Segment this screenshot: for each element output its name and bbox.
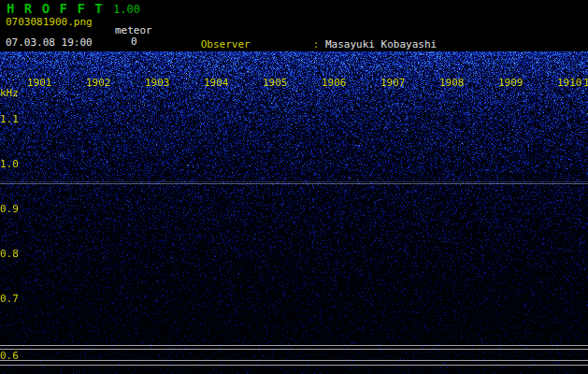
freq-axis-unit: kHz [0,87,19,99]
time-tick-label: 1901 [27,77,52,89]
station-info-row: Observer: Masayuki Kobayashi [164,26,588,38]
time-tick-label: 1902 [86,77,111,89]
station-info-separator: : [313,38,325,50]
output-filename: 0703081900.png [6,16,93,28]
freq-tick-label: 0.7 [0,293,19,305]
time-tick-label: 1909 [498,77,523,89]
time-tick-label-clipped: 1 [583,77,588,89]
time-tick-label: 1908 [439,77,465,89]
freq-tick-label: 0.8 [0,248,19,260]
freq-tick-label: 1.1 [0,113,19,125]
app-version: 1.00 [113,3,140,16]
time-tick-label: 1910 [557,77,582,89]
spectrogram-canvas [0,51,588,374]
time-tick-label: 1906 [322,77,347,89]
time-tick-label: 1903 [145,77,170,89]
freq-tick-label: 0.6 [0,350,19,362]
hrofft-window: H R O F F T 1.00 0703081900.png meteor 0… [0,0,588,374]
meteor-count: 0 [131,36,137,48]
datetime-label: 07.03.08 19:00 [6,36,93,49]
time-tick-label: 1907 [380,77,406,89]
station-info-value: Masayuki Kobayashi [325,38,437,50]
freq-tick-label: 1.0 [0,158,19,170]
time-tick-label: 1904 [204,77,229,89]
freq-tick-label: 0.9 [0,203,19,215]
station-info-label: Observer [201,38,313,50]
app-title: H R O F F T [7,1,104,16]
time-tick-label: 1905 [263,77,288,89]
